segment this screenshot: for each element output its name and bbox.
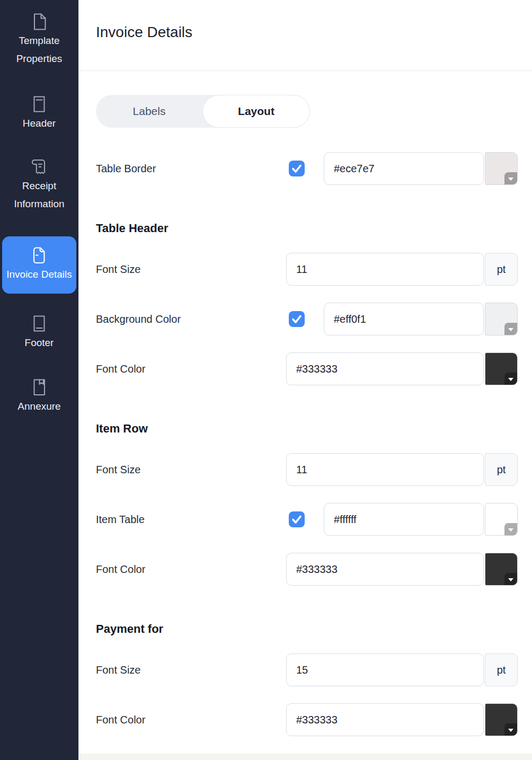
font-size-input[interactable] bbox=[286, 253, 484, 286]
table-header-font-size-row: Font Size pt bbox=[96, 253, 518, 286]
color-dropdown-button[interactable] bbox=[504, 723, 517, 736]
receipt-icon bbox=[29, 157, 49, 177]
sidebar-item-label: Footer bbox=[25, 334, 54, 352]
table-border-row: Table Border bbox=[96, 152, 518, 185]
chevron-down-icon bbox=[508, 178, 513, 181]
font-color-input[interactable] bbox=[286, 703, 484, 736]
font-color-swatch[interactable] bbox=[485, 553, 518, 586]
chevron-down-icon bbox=[508, 578, 513, 581]
font-size-input[interactable] bbox=[286, 653, 484, 686]
tab-switcher: Labels Layout bbox=[96, 95, 310, 128]
font-size-input[interactable] bbox=[286, 453, 484, 486]
field-label: Font Size bbox=[96, 464, 286, 476]
field-label: Item Table bbox=[96, 514, 286, 526]
color-dropdown-button[interactable] bbox=[504, 523, 517, 535]
sidebar: Template Properties Header Receipt Infor… bbox=[0, 0, 78, 760]
check-icon bbox=[289, 161, 305, 176]
bookmark-book-icon bbox=[29, 377, 49, 397]
color-dropdown-button[interactable] bbox=[504, 573, 517, 585]
color-dropdown-button[interactable] bbox=[504, 323, 517, 335]
sidebar-item-label: Template Properties bbox=[2, 32, 76, 68]
sidebar-item-footer[interactable]: Footer bbox=[0, 314, 78, 352]
page-header-icon bbox=[29, 94, 49, 114]
unit-suffix: pt bbox=[485, 453, 518, 486]
item-row-font-size-row: Font Size pt bbox=[96, 453, 518, 486]
payment-for-font-color-row: Font Color bbox=[96, 703, 518, 736]
color-dropdown-button[interactable] bbox=[504, 172, 517, 184]
field-label: Font Color bbox=[96, 714, 286, 726]
sidebar-item-label: Annexure bbox=[17, 397, 60, 416]
page-title: Invoice Details bbox=[96, 23, 532, 41]
background-color-checkbox[interactable] bbox=[289, 311, 305, 327]
item-table-color-swatch[interactable] bbox=[485, 503, 518, 536]
item-table-checkbox[interactable] bbox=[289, 511, 305, 527]
section-heading-payment-for: Payment for bbox=[96, 622, 518, 637]
table-header-font-color-row: Font Color bbox=[96, 352, 518, 385]
color-dropdown-button[interactable] bbox=[504, 373, 517, 385]
table-header-background-color-row: Background Color bbox=[96, 303, 518, 335]
unit-suffix: pt bbox=[485, 653, 518, 686]
field-label: Background Color bbox=[96, 313, 286, 325]
sidebar-item-label: Invoice Details bbox=[6, 266, 72, 284]
sidebar-item-invoice-details-selected[interactable]: Invoice Details bbox=[2, 236, 76, 294]
table-border-color-swatch[interactable] bbox=[485, 152, 518, 185]
font-color-input[interactable] bbox=[286, 553, 484, 586]
field-label: Font Size bbox=[96, 263, 286, 276]
field-label: Font Color bbox=[96, 563, 286, 576]
file-icon bbox=[29, 12, 49, 32]
tab-labels[interactable]: Labels bbox=[96, 95, 202, 128]
section-heading-item-row: Item Row bbox=[96, 421, 518, 436]
font-color-swatch[interactable] bbox=[485, 352, 518, 385]
item-table-color-input[interactable] bbox=[324, 503, 484, 536]
sidebar-item-label: Header bbox=[23, 114, 56, 132]
sidebar-item-header[interactable]: Header bbox=[0, 94, 78, 132]
page-footer-icon bbox=[29, 314, 49, 334]
main-panel: Invoice Details Labels Layout Table Bord… bbox=[78, 0, 532, 760]
table-border-color-input[interactable] bbox=[324, 152, 484, 185]
sidebar-item-template-properties[interactable]: Template Properties bbox=[0, 12, 78, 68]
bottom-scroll-strip[interactable] bbox=[79, 754, 532, 760]
tab-layout[interactable]: Layout bbox=[202, 95, 310, 128]
chevron-down-icon bbox=[508, 528, 513, 532]
item-row-font-color-row: Font Color bbox=[96, 553, 518, 586]
check-icon bbox=[289, 511, 305, 527]
field-label: Table Border bbox=[96, 163, 286, 175]
unit-suffix: pt bbox=[485, 253, 518, 286]
chevron-down-icon bbox=[508, 378, 513, 381]
sidebar-item-label: Receipt Information bbox=[2, 177, 76, 213]
background-color-swatch[interactable] bbox=[485, 303, 518, 335]
chevron-down-icon bbox=[508, 328, 513, 331]
invoice-file-icon bbox=[29, 245, 49, 266]
item-table-row: Item Table bbox=[96, 503, 518, 536]
check-icon bbox=[289, 311, 305, 327]
field-label: Font Color bbox=[96, 363, 286, 375]
font-color-input[interactable] bbox=[286, 352, 484, 385]
payment-for-font-size-row: Font Size pt bbox=[96, 653, 518, 686]
chevron-down-icon bbox=[508, 729, 513, 732]
section-heading-table-header: Table Header bbox=[96, 221, 518, 236]
sidebar-item-receipt-information[interactable]: Receipt Information bbox=[0, 157, 78, 213]
background-color-input[interactable] bbox=[324, 303, 484, 335]
field-label: Font Size bbox=[96, 664, 286, 676]
table-border-checkbox[interactable] bbox=[289, 161, 305, 176]
header-divider bbox=[79, 70, 532, 71]
layout-form: Table Border Table Header Font Size pt B… bbox=[96, 152, 518, 736]
font-color-swatch[interactable] bbox=[485, 703, 518, 736]
sidebar-item-annexure[interactable]: Annexure bbox=[0, 377, 78, 416]
